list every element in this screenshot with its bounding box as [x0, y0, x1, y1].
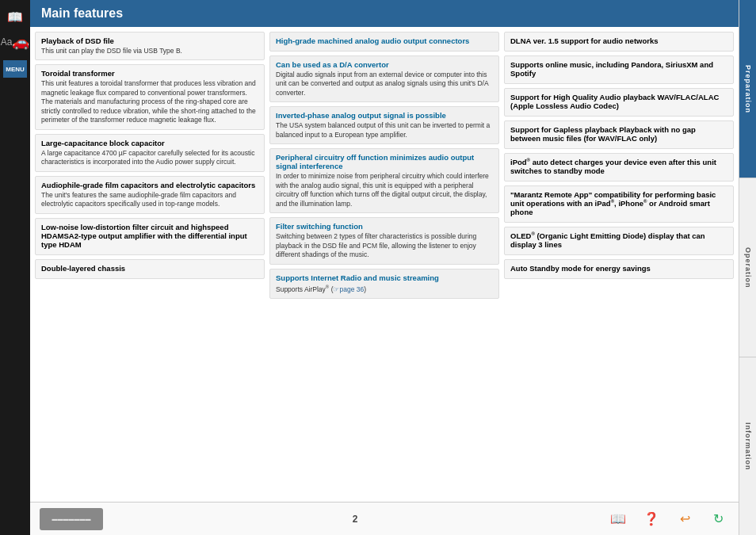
footer-left: ▬▬▬▬▬▬▬	[40, 508, 103, 530]
feature-toroidal: Toroidal transformer This unit features …	[35, 64, 265, 129]
feature-desc: This unit can play the DSD file via USB …	[41, 47, 258, 55]
feature-high-grade: High-grade machined analog audio output …	[269, 32, 499, 52]
feature-title: Double-layered chassis	[41, 264, 258, 273]
footer-book-icon[interactable]: 📖	[607, 508, 629, 530]
feature-playback-dsd: Playback of DSD file This unit can play …	[35, 32, 265, 60]
feature-title: Supports Internet Radio and music stream…	[276, 273, 493, 282]
feature-desc: Supports AirPlay® (☞page 36)	[276, 284, 493, 294]
feature-da-convertor: Can be used as a D/A convertor Digital a…	[269, 55, 499, 102]
footer-back-icon[interactable]: ↩	[674, 508, 696, 530]
feature-auto-standby: Auto Standby mode for energy savings	[504, 259, 734, 279]
feature-title: Filter switching function	[276, 222, 493, 231]
feature-title: Playback of DSD file	[41, 36, 258, 45]
feature-ipod: iPod® auto detect charges your device ev…	[504, 153, 734, 182]
feature-title: Low-noise low-distortion filter circuit …	[41, 223, 258, 249]
feature-title: Toroidal transformer	[41, 69, 258, 78]
feature-title: Can be used as a D/A convertor	[276, 60, 493, 69]
feature-dlna: DLNA ver. 1.5 support for audio networks	[504, 32, 734, 52]
feature-title: Audiophile-grade film capacitors and ele…	[41, 181, 258, 189]
feature-peripheral: Peripheral circuitry off function minimi…	[269, 148, 499, 213]
feature-desc: Switching between 2 types of filter char…	[276, 232, 493, 259]
feature-oled: OLED® (Organic Light Emitting Diode) dis…	[504, 227, 734, 255]
rs-information[interactable]: Information	[739, 357, 756, 535]
feature-title: iPod® auto detect charges your device ev…	[510, 158, 727, 175]
column-3: DLNA ver. 1.5 support for audio networks…	[504, 32, 734, 502]
feature-title: Inverted-phase analog output signal is p…	[276, 111, 493, 120]
menu-button[interactable]: MENU	[3, 60, 27, 78]
page-36-link[interactable]: ☞page 36	[333, 285, 364, 292]
content-area: Playback of DSD file This unit can play …	[30, 27, 739, 502]
feature-inverted-phase: Inverted-phase analog output signal is p…	[269, 106, 499, 144]
left-sidebar: 📖 Aa🚗 MENU	[0, 0, 30, 535]
feature-title: OLED® (Organic Light Emitting Diode) dis…	[510, 231, 727, 249]
feature-gapless: Support for Gapless playback Playback wi…	[504, 120, 734, 149]
feature-capacitor: Large-capacitance block capacitor A larg…	[35, 134, 265, 172]
feature-filter-switching: Filter switching function Switching betw…	[269, 217, 499, 264]
feature-desc: A large capacitance 4700 µF capacitor ca…	[41, 149, 258, 167]
feature-title: DLNA ver. 1.5 support for audio networks	[510, 36, 727, 45]
feature-desc: This unit features a toroidal transforme…	[41, 79, 258, 124]
device-label: ▬▬▬▬▬▬▬	[52, 516, 91, 522]
footer-help-icon[interactable]: ❓	[640, 508, 662, 530]
main-content: Main features Playback of DSD file This …	[30, 0, 739, 535]
feature-desc: The unit's features the same audiophile-…	[41, 191, 258, 209]
page-number: 2	[353, 514, 358, 525]
page-title: Main features	[41, 6, 123, 20]
feature-title: Support for High Quality Audio playback …	[510, 93, 727, 110]
feature-desc: In order to minimize noise from peripher…	[276, 172, 493, 208]
rs-preparation[interactable]: Preparation	[739, 0, 756, 178]
feature-title: Auto Standby mode for energy savings	[510, 264, 727, 273]
feature-title: Large-capacitance block capacitor	[41, 139, 258, 147]
feature-high-quality: Support for High Quality Audio playback …	[504, 88, 734, 117]
footer-icons: 📖 ❓ ↩ ↻	[607, 508, 729, 530]
feature-online-music: Supports online music, including Pandora…	[504, 55, 734, 84]
feature-audiophile-caps: Audiophile-grade film capacitors and ele…	[35, 176, 265, 214]
feature-title: Peripheral circuitry off function minimi…	[276, 153, 493, 170]
page-footer: ▬▬▬▬▬▬▬ 2 📖 ❓ ↩ ↻	[30, 502, 739, 535]
footer-refresh-icon[interactable]: ↻	[707, 508, 729, 530]
feature-title: High-grade machined analog audio output …	[276, 36, 493, 45]
feature-marantz-remote: "Marantz Remote App" compatibility for p…	[504, 185, 734, 223]
feature-title: Support for Gapless playback Playback wi…	[510, 125, 727, 143]
column-2: High-grade machined analog audio output …	[269, 32, 499, 502]
feature-low-noise: Low-noise low-distortion filter circuit …	[35, 218, 265, 255]
page-header: Main features	[30, 0, 739, 27]
feature-desc: Digital audio signals input from an exte…	[276, 71, 493, 97]
rs-operation[interactable]: Operation	[739, 178, 756, 357]
right-sidebar: Preparation Operation Information	[739, 0, 756, 535]
column-1: Playback of DSD file This unit can play …	[35, 32, 265, 502]
font-icon[interactable]: Aa🚗	[3, 32, 27, 52]
feature-title: "Marantz Remote App" compatibility for p…	[510, 190, 727, 216]
feature-desc: The USA system balanced output of this u…	[276, 121, 493, 139]
device-image: ▬▬▬▬▬▬▬	[40, 508, 103, 530]
feature-internet-radio: Supports Internet Radio and music stream…	[269, 269, 499, 299]
book-icon[interactable]: 📖	[3, 6, 27, 27]
feature-double-layered: Double-layered chassis	[35, 259, 265, 279]
feature-title: Supports online music, including Pandora…	[510, 60, 727, 78]
